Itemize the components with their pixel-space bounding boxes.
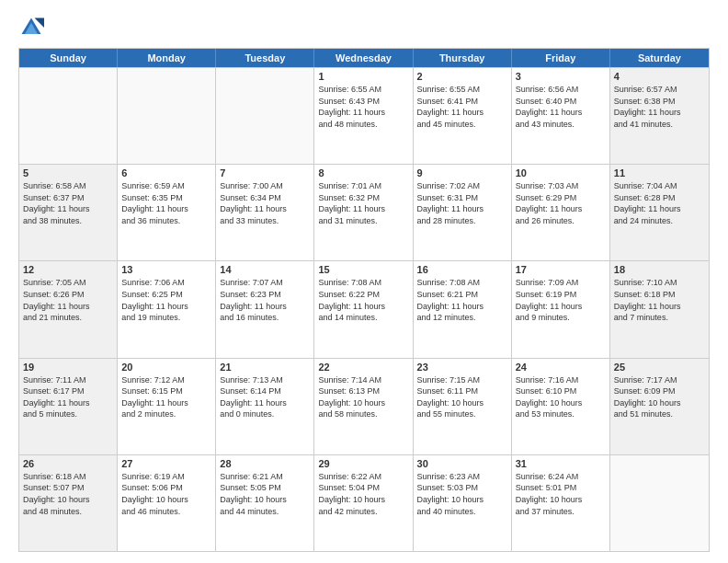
calendar-cell: 25Sunrise: 7:17 AM Sunset: 6:09 PM Dayli…	[610, 359, 709, 454]
cell-info: Sunrise: 7:06 AM Sunset: 6:25 PM Dayligh…	[121, 277, 211, 323]
day-number: 18	[614, 264, 705, 275]
day-number: 10	[516, 167, 606, 178]
day-number: 16	[417, 264, 507, 275]
calendar-cell: 7Sunrise: 7:00 AM Sunset: 6:34 PM Daylig…	[216, 165, 314, 260]
cell-info: Sunrise: 7:15 AM Sunset: 6:11 PM Dayligh…	[417, 374, 507, 420]
cell-info: Sunrise: 7:05 AM Sunset: 6:26 PM Dayligh…	[23, 277, 113, 323]
calendar-cell: 1Sunrise: 6:55 AM Sunset: 6:43 PM Daylig…	[314, 68, 413, 164]
cell-info: Sunrise: 6:57 AM Sunset: 6:38 PM Dayligh…	[614, 84, 705, 130]
calendar-cell: 6Sunrise: 6:59 AM Sunset: 6:35 PM Daylig…	[118, 165, 216, 260]
calendar-cell: 26Sunrise: 6:18 AM Sunset: 5:07 PM Dayli…	[19, 455, 118, 551]
cell-info: Sunrise: 6:59 AM Sunset: 6:35 PM Dayligh…	[121, 180, 211, 226]
cell-info: Sunrise: 7:12 AM Sunset: 6:15 PM Dayligh…	[121, 374, 211, 420]
day-number: 30	[417, 458, 507, 469]
day-number: 8	[318, 167, 408, 178]
calendar-cell: 11Sunrise: 7:04 AM Sunset: 6:28 PM Dayli…	[610, 165, 709, 260]
day-number: 2	[417, 71, 507, 82]
cell-info: Sunrise: 6:23 AM Sunset: 5:03 PM Dayligh…	[417, 471, 507, 517]
calendar-cell: 30Sunrise: 6:23 AM Sunset: 5:03 PM Dayli…	[414, 455, 512, 551]
calendar-cell: 5Sunrise: 6:58 AM Sunset: 6:37 PM Daylig…	[19, 165, 118, 260]
calendar-cell: 18Sunrise: 7:10 AM Sunset: 6:18 PM Dayli…	[610, 261, 709, 357]
cell-info: Sunrise: 7:14 AM Sunset: 6:13 PM Dayligh…	[318, 374, 408, 420]
day-number: 26	[23, 458, 113, 469]
cell-info: Sunrise: 6:18 AM Sunset: 5:07 PM Dayligh…	[23, 471, 113, 517]
day-number: 13	[121, 264, 211, 275]
cell-info: Sunrise: 6:58 AM Sunset: 6:37 PM Dayligh…	[23, 180, 113, 226]
header-day-saturday: Saturday	[610, 49, 709, 67]
cell-info: Sunrise: 7:08 AM Sunset: 6:21 PM Dayligh…	[417, 277, 507, 323]
calendar-cell: 3Sunrise: 6:56 AM Sunset: 6:40 PM Daylig…	[512, 68, 610, 164]
cell-info: Sunrise: 7:02 AM Sunset: 6:31 PM Dayligh…	[417, 180, 507, 226]
cell-info: Sunrise: 6:55 AM Sunset: 6:43 PM Dayligh…	[318, 84, 408, 130]
calendar-cell: 12Sunrise: 7:05 AM Sunset: 6:26 PM Dayli…	[19, 261, 118, 357]
calendar-row-3: 19Sunrise: 7:11 AM Sunset: 6:17 PM Dayli…	[19, 358, 709, 454]
day-number: 23	[417, 362, 507, 373]
calendar-cell: 22Sunrise: 7:14 AM Sunset: 6:13 PM Dayli…	[314, 359, 413, 454]
calendar-cell: 9Sunrise: 7:02 AM Sunset: 6:31 PM Daylig…	[414, 165, 512, 260]
calendar-header: SundayMondayTuesdayWednesdayThursdayFrid…	[19, 49, 709, 67]
day-number: 29	[318, 458, 408, 469]
day-number: 3	[516, 71, 606, 82]
calendar-cell: 20Sunrise: 7:12 AM Sunset: 6:15 PM Dayli…	[118, 359, 216, 454]
calendar-row-2: 12Sunrise: 7:05 AM Sunset: 6:26 PM Dayli…	[19, 260, 709, 357]
day-number: 20	[121, 362, 211, 373]
day-number: 28	[220, 458, 310, 469]
calendar-cell: 15Sunrise: 7:08 AM Sunset: 6:22 PM Dayli…	[314, 261, 413, 357]
calendar-cell: 28Sunrise: 6:21 AM Sunset: 5:05 PM Dayli…	[216, 455, 314, 551]
cell-info: Sunrise: 6:21 AM Sunset: 5:05 PM Dayligh…	[220, 471, 310, 517]
header-day-wednesday: Wednesday	[314, 49, 413, 67]
day-number: 12	[23, 264, 113, 275]
calendar-cell: 29Sunrise: 6:22 AM Sunset: 5:04 PM Dayli…	[314, 455, 413, 551]
header-day-friday: Friday	[512, 49, 610, 67]
cell-info: Sunrise: 7:11 AM Sunset: 6:17 PM Dayligh…	[23, 374, 113, 420]
calendar-row-0: 1Sunrise: 6:55 AM Sunset: 6:43 PM Daylig…	[19, 67, 709, 164]
day-number: 5	[23, 167, 113, 178]
calendar-cell: 10Sunrise: 7:03 AM Sunset: 6:29 PM Dayli…	[512, 165, 610, 260]
calendar-cell: 24Sunrise: 7:16 AM Sunset: 6:10 PM Dayli…	[512, 359, 610, 454]
day-number: 4	[614, 71, 705, 82]
cell-info: Sunrise: 7:08 AM Sunset: 6:22 PM Dayligh…	[318, 277, 408, 323]
calendar-cell: 31Sunrise: 6:24 AM Sunset: 5:01 PM Dayli…	[512, 455, 610, 551]
cell-info: Sunrise: 7:07 AM Sunset: 6:23 PM Dayligh…	[220, 277, 310, 323]
header-day-tuesday: Tuesday	[216, 49, 314, 67]
calendar-cell: 17Sunrise: 7:09 AM Sunset: 6:19 PM Dayli…	[512, 261, 610, 357]
day-number: 31	[516, 458, 606, 469]
header-day-sunday: Sunday	[19, 49, 118, 67]
cell-info: Sunrise: 6:24 AM Sunset: 5:01 PM Dayligh…	[516, 471, 606, 517]
day-number: 6	[121, 167, 211, 178]
cell-info: Sunrise: 7:09 AM Sunset: 6:19 PM Dayligh…	[516, 277, 606, 323]
calendar-row-1: 5Sunrise: 6:58 AM Sunset: 6:37 PM Daylig…	[19, 164, 709, 260]
cell-info: Sunrise: 7:00 AM Sunset: 6:34 PM Dayligh…	[220, 180, 310, 226]
calendar-cell: 13Sunrise: 7:06 AM Sunset: 6:25 PM Dayli…	[118, 261, 216, 357]
cell-info: Sunrise: 6:56 AM Sunset: 6:40 PM Dayligh…	[516, 84, 606, 130]
day-number: 7	[220, 167, 310, 178]
calendar-cell: 27Sunrise: 6:19 AM Sunset: 5:06 PM Dayli…	[118, 455, 216, 551]
calendar-cell: 8Sunrise: 7:01 AM Sunset: 6:32 PM Daylig…	[314, 165, 413, 260]
cell-info: Sunrise: 7:03 AM Sunset: 6:29 PM Dayligh…	[516, 180, 606, 226]
calendar-cell: 21Sunrise: 7:13 AM Sunset: 6:14 PM Dayli…	[216, 359, 314, 454]
logo	[18, 15, 48, 40]
calendar-cell: 23Sunrise: 7:15 AM Sunset: 6:11 PM Dayli…	[414, 359, 512, 454]
cell-info: Sunrise: 6:22 AM Sunset: 5:04 PM Dayligh…	[318, 471, 408, 517]
calendar-cell	[19, 68, 118, 164]
cell-info: Sunrise: 7:01 AM Sunset: 6:32 PM Dayligh…	[318, 180, 408, 226]
calendar: SundayMondayTuesdayWednesdayThursdayFrid…	[18, 48, 710, 552]
header	[18, 15, 710, 40]
cell-info: Sunrise: 7:16 AM Sunset: 6:10 PM Dayligh…	[516, 374, 606, 420]
calendar-cell: 2Sunrise: 6:55 AM Sunset: 6:41 PM Daylig…	[414, 68, 512, 164]
cell-info: Sunrise: 6:55 AM Sunset: 6:41 PM Dayligh…	[417, 84, 507, 130]
day-number: 27	[121, 458, 211, 469]
day-number: 9	[417, 167, 507, 178]
day-number: 25	[614, 362, 705, 373]
day-number: 11	[614, 167, 705, 178]
calendar-body: 1Sunrise: 6:55 AM Sunset: 6:43 PM Daylig…	[19, 67, 709, 551]
calendar-row-4: 26Sunrise: 6:18 AM Sunset: 5:07 PM Dayli…	[19, 454, 709, 551]
header-day-thursday: Thursday	[414, 49, 512, 67]
header-day-monday: Monday	[118, 49, 216, 67]
day-number: 14	[220, 264, 310, 275]
calendar-cell: 16Sunrise: 7:08 AM Sunset: 6:21 PM Dayli…	[414, 261, 512, 357]
day-number: 22	[318, 362, 408, 373]
cell-info: Sunrise: 7:13 AM Sunset: 6:14 PM Dayligh…	[220, 374, 310, 420]
calendar-cell	[118, 68, 216, 164]
calendar-cell	[216, 68, 314, 164]
